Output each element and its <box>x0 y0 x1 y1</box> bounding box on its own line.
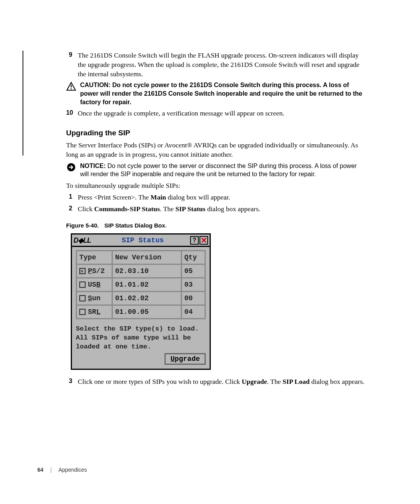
page-number: 64 <box>37 467 44 473</box>
cell-type[interactable]: PS/2 <box>77 265 113 277</box>
checkbox-icon[interactable] <box>79 295 86 301</box>
caution-icon <box>66 82 76 91</box>
table-row[interactable]: PS/2 02.03.10 05 <box>77 265 205 278</box>
step-text: Click one or more types of SIPs you wish… <box>78 377 366 386</box>
cell-version: 02.03.10 <box>113 265 182 277</box>
cell-type[interactable]: SRL <box>77 306 113 318</box>
checkbox-icon[interactable] <box>79 309 86 315</box>
notice-text: NOTICE: Do not cycle power to the server… <box>80 162 366 178</box>
page-footer: 64 | Appendices <box>37 467 87 473</box>
checkbox-icon[interactable] <box>79 268 86 274</box>
step-3: 3 Click one or more types of SIPs you wi… <box>66 377 366 386</box>
upgrade-button[interactable]: Upgrade <box>164 353 206 365</box>
body-paragraph: The Server Interface Pods (SIPs) or Avoc… <box>66 140 366 159</box>
step-10: 10 Once the upgrade is complete, a verif… <box>66 108 366 118</box>
step-text: The 2161DS Console Switch will begin the… <box>78 51 366 79</box>
figure-title: SIP Status Dialog Box <box>104 222 165 229</box>
step-number: 2 <box>66 204 78 213</box>
cell-qty: 00 <box>182 292 205 304</box>
col-version: New Version <box>113 251 182 264</box>
sip-status-dialog: D◆LL SIP Status ? ✕ Type New Version Qty… <box>71 233 211 370</box>
col-qty: Qty <box>182 251 205 264</box>
notice-callout: NOTICE: Do not cycle power to the server… <box>66 162 366 178</box>
step-2: 2 Click Commands-SIP Status. The SIP Sta… <box>66 204 366 214</box>
sip-table: Type New Version Qty PS/2 02.03.10 05 US… <box>76 250 206 319</box>
figure-dot: . <box>165 222 167 229</box>
cell-qty: 03 <box>182 278 205 291</box>
close-button[interactable]: ✕ <box>200 236 208 245</box>
cell-version: 01.02.02 <box>113 292 182 304</box>
caution-label: CAUTION: <box>80 82 110 88</box>
cell-qty: 04 <box>182 306 205 318</box>
caution-callout: CAUTION: Do not cycle power to the 2161D… <box>66 81 366 106</box>
step-number: 10 <box>66 108 78 117</box>
table-row[interactable]: USB 01.01.02 03 <box>77 278 205 292</box>
svg-point-1 <box>71 89 72 90</box>
step-9: 9 The 2161DS Console Switch will begin t… <box>66 51 366 79</box>
checkbox-icon[interactable] <box>79 282 86 288</box>
table-header-row: Type New Version Qty <box>77 251 205 265</box>
cell-qty: 05 <box>182 265 205 277</box>
step-text: Once the upgrade is complete, a verifica… <box>78 108 366 118</box>
figure-caption: Figure 5-40.SIP Status Dialog Box. <box>66 222 366 229</box>
footer-section: Appendices <box>58 467 87 473</box>
cell-type[interactable]: Sun <box>77 292 113 304</box>
footer-separator: | <box>50 467 52 473</box>
notice-label: NOTICE: <box>80 163 106 169</box>
figure-number: Figure 5-40. <box>66 222 99 229</box>
col-type: Type <box>77 251 113 264</box>
body-paragraph: To simultaneously upgrade multiple SIPs: <box>66 181 366 190</box>
step-number: 1 <box>66 192 78 201</box>
vertical-rule <box>23 51 23 156</box>
table-row[interactable]: SRL 01.00.05 04 <box>77 306 205 319</box>
cell-version: 01.00.05 <box>113 306 182 318</box>
notice-icon <box>66 163 76 172</box>
dialog-hint: Select the SIP type(s) to load. All SIPs… <box>76 325 206 352</box>
dialog-title: SIP Status <box>95 236 190 244</box>
step-text: Click Commands-SIP Status. The SIP Statu… <box>78 204 366 214</box>
help-button[interactable]: ? <box>190 236 199 245</box>
section-heading: Upgrading the SIP <box>66 129 366 137</box>
dell-logo: D◆LL <box>74 236 95 245</box>
table-row[interactable]: Sun 01.02.02 00 <box>77 292 205 306</box>
dialog-titlebar: D◆LL SIP Status ? ✕ <box>72 234 210 247</box>
cell-version: 01.01.02 <box>113 278 182 291</box>
step-number: 9 <box>66 51 78 59</box>
cell-type[interactable]: USB <box>77 278 113 291</box>
step-number: 3 <box>66 377 78 385</box>
caution-text: CAUTION: Do not cycle power to the 2161D… <box>80 81 366 106</box>
step-1: 1 Press <Print Screen>. The Main dialog … <box>66 192 366 202</box>
step-text: Press <Print Screen>. The Main dialog bo… <box>78 192 366 202</box>
notice-body: Do not cycle power to the server or disc… <box>80 163 357 178</box>
caution-body: Do not cycle power to the 2161DS Console… <box>80 82 362 105</box>
